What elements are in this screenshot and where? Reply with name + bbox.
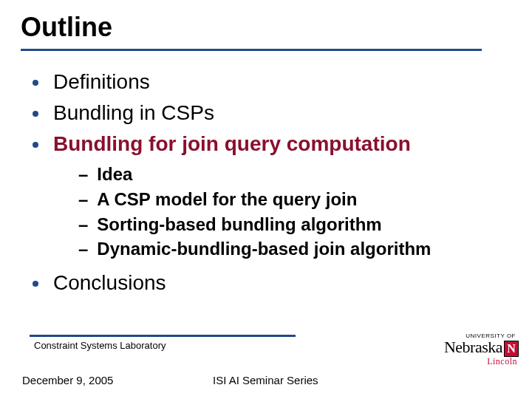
- bullet-text: Bundling in CSPs: [53, 99, 214, 127]
- logo-lincoln-text: Lincoln: [430, 356, 519, 367]
- dash-icon: –: [78, 236, 88, 262]
- logo-n-mark-icon: N: [504, 341, 519, 357]
- lab-name: Constraint Systems Laboratory: [34, 340, 166, 351]
- slide: Outline Definitions Bundling in CSPs Bun…: [0, 0, 532, 399]
- dash-icon: –: [78, 162, 88, 187]
- dash-icon: –: [78, 187, 88, 212]
- title-rule: [21, 49, 482, 51]
- bullet-bundling-join: Bundling for join query computation: [33, 130, 505, 158]
- bullet-conclusions: Conclusions: [33, 269, 505, 297]
- bullet-bundling-csps: Bundling in CSPs: [33, 99, 505, 127]
- dash-icon: –: [78, 212, 88, 237]
- logo-nebraska-text: Nebraska: [444, 338, 502, 357]
- bullet-icon: [33, 142, 38, 148]
- bullet-text: Conclusions: [53, 269, 166, 297]
- sub-sorting-algo: – Sorting-based bundling algorithm: [78, 212, 505, 237]
- sub-text: Dynamic-bundling-based join algorithm: [97, 236, 431, 262]
- slide-title: Outline: [21, 12, 112, 43]
- bullet-icon: [33, 111, 38, 117]
- sub-text: A CSP model for the query join: [97, 187, 357, 212]
- slide-body: Definitions Bundling in CSPs Bundling fo…: [33, 68, 505, 300]
- bullet-text: Definitions: [53, 68, 150, 96]
- sub-idea: – Idea: [78, 162, 505, 187]
- footer-rule: [30, 335, 296, 337]
- sub-text: Sorting-based bundling algorithm: [97, 212, 381, 237]
- footer-date: December 9, 2005: [22, 374, 113, 386]
- bullet-definitions: Definitions: [33, 68, 505, 96]
- bullet-icon: [33, 281, 38, 287]
- sub-text: Idea: [97, 162, 132, 187]
- logo-main-line: Nebraska N: [430, 338, 519, 357]
- sub-list: – Idea – A CSP model for the query join …: [78, 162, 505, 261]
- nebraska-logo: UNIVERSITY OF Nebraska N Lincoln: [430, 332, 519, 367]
- sub-dynamic-algo: – Dynamic-bundling-based join algorithm: [78, 236, 505, 262]
- footer-series: ISI AI Seminar Series: [213, 374, 318, 386]
- bullet-icon: [33, 80, 38, 86]
- bullet-text: Bundling for join query computation: [53, 130, 411, 158]
- sub-csp-model: – A CSP model for the query join: [78, 187, 505, 212]
